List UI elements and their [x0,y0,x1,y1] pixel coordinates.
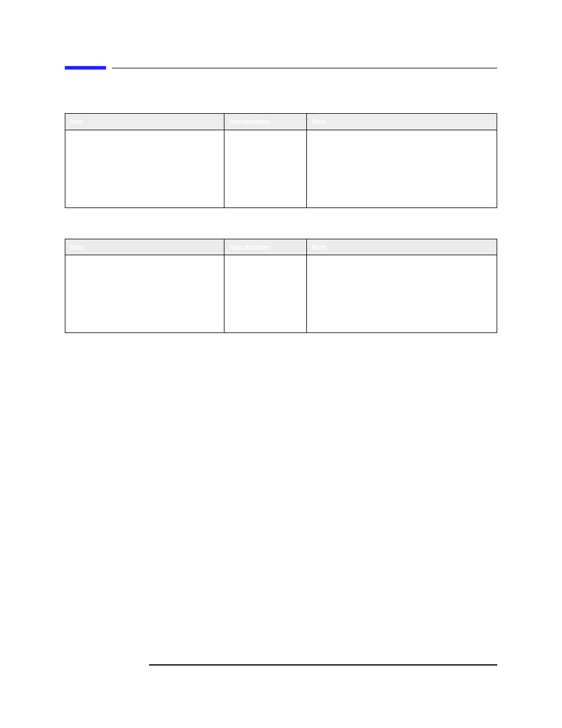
col-note: Note [307,239,497,255]
spec-table-frame: Item Specification Note Dimensions - Hei… [65,239,497,334]
header-accent-bar [65,66,106,70]
table-row: Dimensions - HeightDimensions - WidthDim… [65,130,497,207]
col-note: Note [307,114,497,130]
footer-left: Zandar CPX2500 ControlCenter User Manual [149,670,281,679]
cell-item: Dimensions - HeightDimensions - WidthDim… [65,255,224,333]
cell-note: 6 RU in standard electronics rackStandar… [307,255,497,333]
header-right: Physical Specifications [419,73,497,83]
table-row: Dimensions - HeightDimensions - WidthDim… [65,255,497,333]
footer-right: Page A-3 [471,670,497,679]
table-title: Table A-5. CPX2500 ControlCenter System … [65,226,497,234]
col-spec: Specification [224,239,307,255]
header-left: Appendix A [65,73,105,83]
spec-table-gateway: Item Specification Note Dimensions - Hei… [65,113,497,208]
header-divider [65,66,497,70]
table-header-row: Item Specification Note [65,114,497,130]
page-footer: Zandar CPX2500 ControlCenter User Manual… [149,664,497,679]
table-title: Table A-4. CPX2500 Gateway Controller [65,100,497,108]
page: Appendix A Physical Specifications Table… [65,66,497,333]
cell-spec: 10.5 in. (26.67 cm.)17.5 in. (44.45 cm.)… [224,130,307,207]
cell-spec: 10.5 in. (26.67 cm.)19 in. (48.26 cm.)19… [224,255,307,333]
table-header-row: Item Specification Note [65,239,497,255]
cell-item: Dimensions - HeightDimensions - WidthDim… [65,130,224,207]
col-item: Item [65,239,224,255]
col-spec: Specification [224,114,307,130]
col-item: Item [65,114,224,130]
cell-note: One slot in ControlCenter frame At 120VA… [307,130,497,207]
page-header: Appendix A Physical Specifications [65,73,497,83]
footer-rule [149,664,497,666]
